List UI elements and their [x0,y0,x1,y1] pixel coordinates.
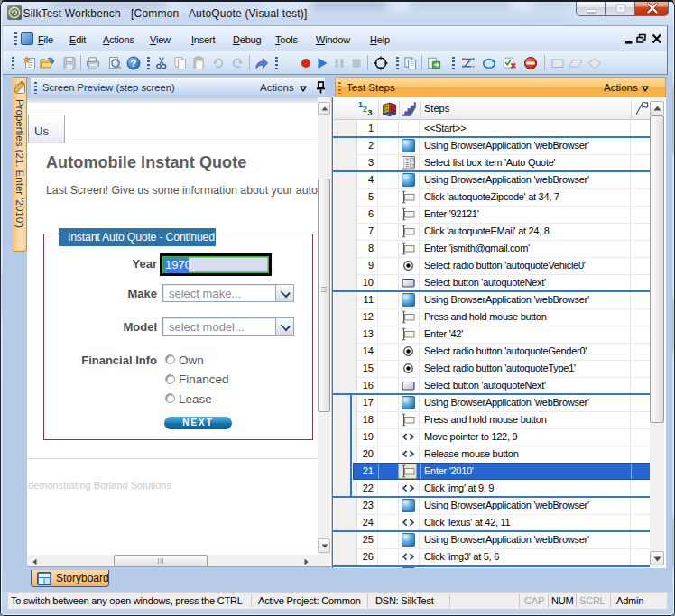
svg-text:?: ? [131,58,136,69]
